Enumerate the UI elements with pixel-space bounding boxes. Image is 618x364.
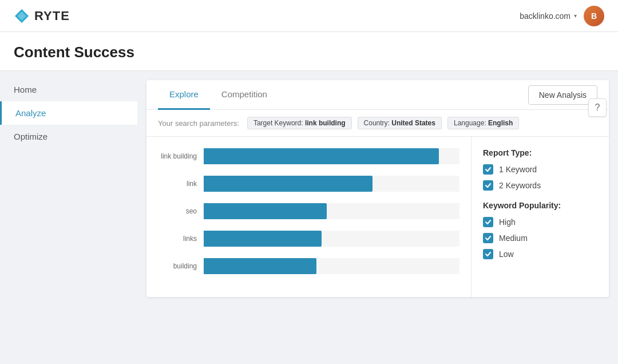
report-type-title: Report Type:: [483, 148, 597, 157]
checkbox-label: 2 Keywords: [499, 181, 541, 190]
avatar[interactable]: B: [584, 6, 604, 26]
checkbox-icon[interactable]: [483, 180, 493, 191]
right-panel: Report Type: 1 Keyword: [472, 137, 609, 297]
bar-row-seo: seo: [152, 203, 459, 219]
sidebar-item-analyze[interactable]: Analyze: [0, 101, 137, 125]
bar-fill: [204, 231, 322, 247]
checkbox-high[interactable]: High: [483, 217, 597, 227]
popularity-title: Keyword Popularity:: [483, 201, 597, 210]
checkbox-label: High: [499, 217, 516, 227]
new-analysis-button[interactable]: New Analysis: [528, 85, 597, 105]
bar-track: [204, 258, 459, 274]
chart-area: link building link seo: [146, 137, 472, 297]
card-header: Explore Competition New Analysis: [146, 80, 609, 110]
help-button[interactable]: ?: [588, 98, 607, 117]
main-layout: Home Analyze Optimize Explore Competitio…: [0, 71, 618, 364]
checkbox-icon[interactable]: [483, 249, 493, 259]
bar-label: seo: [152, 207, 204, 215]
checkbox-icon[interactable]: [483, 164, 493, 175]
domain-selector[interactable]: backlinko.com ▾: [520, 11, 577, 21]
param-tag-country: Country: United States: [358, 117, 442, 129]
page-title: Content Success: [14, 43, 604, 61]
nav-right: backlinko.com ▾ B: [520, 6, 604, 26]
bar-track: [204, 231, 459, 247]
checkbox-label: Low: [499, 250, 514, 259]
checkbox-icon[interactable]: [483, 217, 493, 227]
checkbox-low[interactable]: Low: [483, 249, 597, 259]
search-params: Your search parameters: Target Keyword: …: [146, 110, 609, 137]
card-body: link building link seo: [146, 137, 609, 297]
logo-area: RYTE: [14, 8, 70, 24]
domain-label: backlinko.com: [520, 11, 571, 21]
main-content: Explore Competition New Analysis Your se…: [137, 71, 618, 364]
checkbox-2-keywords[interactable]: 2 Keywords: [483, 180, 597, 191]
bar-label: link: [152, 180, 204, 188]
bar-fill: [204, 258, 316, 274]
tabs: Explore Competition: [158, 80, 279, 109]
checkbox-label: 1 Keyword: [499, 165, 537, 174]
param-tag-keyword: Target Keyword: link building: [247, 117, 352, 129]
chevron-down-icon: ▾: [574, 13, 577, 19]
bar-track: [204, 148, 459, 164]
sidebar: Home Analyze Optimize: [0, 71, 137, 364]
sidebar-item-optimize[interactable]: Optimize: [0, 125, 137, 148]
popularity-section: Keyword Popularity: High: [483, 201, 597, 259]
param-tag-language: Language: English: [447, 117, 519, 129]
bar-fill: [204, 148, 439, 164]
checkbox-label: Medium: [499, 234, 528, 243]
bar-fill: [204, 176, 373, 192]
checkbox-1-keyword[interactable]: 1 Keyword: [483, 164, 597, 175]
bar-track: [204, 176, 459, 192]
bar-row-building: building: [152, 258, 459, 274]
bar-row-links: links: [152, 231, 459, 247]
sidebar-item-home[interactable]: Home: [0, 78, 137, 101]
bar-label: links: [152, 235, 204, 243]
ryte-logo-icon: [14, 8, 30, 24]
bar-track: [204, 203, 459, 219]
top-nav: RYTE backlinko.com ▾ B: [0, 0, 618, 32]
bar-label: link building: [152, 152, 204, 160]
bar-label: building: [152, 262, 204, 270]
search-params-label: Your search parameters:: [158, 119, 239, 128]
bar-row-link-building: link building: [152, 148, 459, 164]
logo-text: RYTE: [34, 9, 70, 23]
page-title-bar: Content Success: [0, 32, 618, 71]
checkbox-icon[interactable]: [483, 233, 493, 243]
bar-row-link: link: [152, 176, 459, 192]
bar-fill: [204, 203, 327, 219]
main-card: Explore Competition New Analysis Your se…: [146, 80, 609, 297]
tab-explore[interactable]: Explore: [158, 80, 210, 110]
checkbox-medium[interactable]: Medium: [483, 233, 597, 243]
tab-competition[interactable]: Competition: [210, 80, 279, 110]
